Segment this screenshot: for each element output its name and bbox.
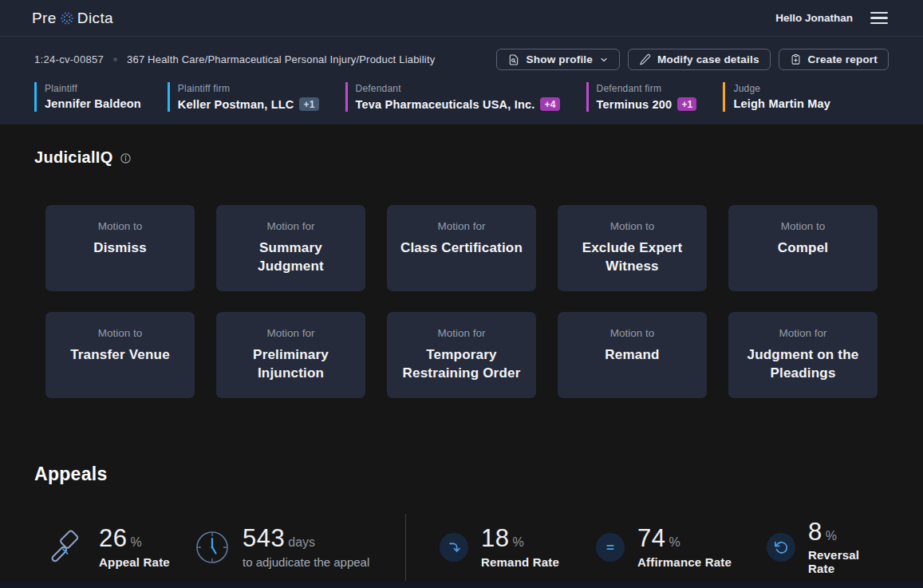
motion-grid: Motion to Dismiss Motion for Summary Jud…: [45, 205, 878, 398]
party-label: Plaintiff: [45, 83, 141, 94]
motion-title: Remand: [569, 346, 696, 365]
stat-unit: %: [130, 535, 141, 550]
motion-card-remand[interactable]: Motion to Remand: [558, 312, 707, 398]
case-title: 367 Health Care/Pharmaceutical Personal …: [127, 53, 435, 65]
party-judge: Judge Leigh Martin May: [723, 82, 830, 112]
motion-prefix: Motion for: [227, 220, 354, 232]
motion-title: Compel: [740, 239, 866, 258]
clock-icon: [195, 530, 230, 565]
motion-title: Class Certification: [398, 239, 525, 258]
motion-card-judgment-on-the-pleadings[interactable]: Motion for Judgment on the Pleadings: [728, 312, 878, 398]
clipboard-plus-icon: [790, 53, 802, 65]
motion-prefix: Motion to: [569, 220, 696, 232]
logo-text-dicta: Dicta: [77, 10, 113, 27]
more-count-badge[interactable]: +1: [299, 97, 318, 111]
arrow-curve-down-icon: [445, 539, 463, 556]
motion-card-dismiss[interactable]: Motion to Dismiss: [45, 205, 195, 291]
stat-remand-rate: 18 % Remand Rate: [440, 526, 596, 569]
stat-unit: %: [826, 529, 837, 543]
stat-unit: days: [288, 535, 315, 550]
motion-card-transfer-venue[interactable]: Motion to Transfer Venue: [45, 312, 195, 398]
case-number: 1:24-cv-00857: [34, 53, 104, 65]
motion-prefix: Motion to: [740, 220, 866, 232]
party-defendant-firm: Defendant firm Terminus 200 +1: [586, 82, 697, 112]
chevron-down-icon: [599, 55, 609, 65]
motion-prefix: Motion to: [57, 220, 183, 232]
stat-value: 18: [481, 526, 509, 552]
stat-unit: %: [512, 535, 523, 550]
party-label: Defendant firm: [597, 83, 697, 94]
party-plaintiff: Plaintiff Jennifer Baldeon: [34, 82, 141, 112]
pencil-icon: [639, 53, 651, 65]
stat-label: Appeal Rate: [99, 555, 170, 569]
predicta-logo[interactable]: Pre Dicta: [32, 10, 113, 27]
motion-title: Dismiss: [57, 239, 183, 258]
equals-icon: [602, 539, 618, 555]
motion-card-temporary-restraining-order[interactable]: Motion for Temporary Restraining Order: [387, 312, 536, 398]
motion-title: Exclude Expert Witness: [569, 239, 696, 276]
stat-label: Remand Rate: [481, 555, 559, 569]
more-count-badge[interactable]: +1: [677, 97, 696, 111]
motion-card-exclude-expert-witness[interactable]: Motion to Exclude Expert Witness: [558, 205, 707, 291]
party-label: Judge: [733, 83, 830, 94]
party-row: Plaintiff Jennifer Baldeon Plaintiff fir…: [34, 82, 889, 112]
motion-card-summary-judgment[interactable]: Motion for Summary Judgment: [216, 205, 365, 291]
rotate-ccw-icon: [772, 539, 790, 556]
party-name: Keller Postman, LLC: [178, 98, 294, 111]
motion-title: Transfer Venue: [57, 346, 183, 365]
info-icon[interactable]: [120, 152, 132, 164]
motion-title: Summary Judgment: [227, 239, 354, 276]
create-report-label: Create report: [808, 53, 878, 65]
modify-case-details-button[interactable]: Modify case details: [628, 49, 771, 70]
party-label: Defendant: [356, 83, 560, 94]
party-name: Leigh Martin May: [733, 97, 830, 110]
user-greeting: Hello Jonathan: [775, 12, 853, 24]
stat-label: to adjudicate the appeal: [243, 555, 369, 569]
judicialiq-title: JudicialIQ: [34, 148, 113, 167]
motion-prefix: Motion to: [57, 327, 183, 339]
bottom-strip: [0, 582, 923, 588]
logo-burst-icon: [59, 10, 75, 26]
stat-affirmance-rate: 74 % Affirmance Rate: [596, 526, 767, 569]
motion-card-preliminary-injunction[interactable]: Motion for Preliminary Injunction: [216, 312, 365, 398]
main-content: JudicialIQ Motion to Dismiss Motion for …: [0, 148, 923, 581]
more-count-badge[interactable]: +4: [540, 97, 559, 111]
party-defendant: Defendant Teva Pharmaceuticals USA, Inc.…: [345, 82, 560, 112]
motion-prefix: Motion for: [398, 327, 525, 339]
motion-title: Preliminary Injunction: [227, 346, 354, 383]
party-plaintiff-firm: Plaintiff firm Keller Postman, LLC +1: [168, 82, 319, 112]
show-profile-button[interactable]: Show profile: [496, 49, 620, 70]
appeals-title: Appeals: [34, 464, 889, 485]
party-name: Terminus 200: [597, 98, 673, 111]
stat-days-to-adjudicate: 543 days to adjudicate the appeal: [195, 526, 405, 570]
stat-value: 26: [99, 526, 127, 552]
stat-unit: %: [669, 535, 680, 550]
party-label: Plaintiff firm: [178, 83, 319, 94]
stat-value: 8: [808, 519, 822, 546]
stat-reversal-rate: 8 % Reversal Rate: [767, 519, 889, 576]
document-search-icon: [507, 53, 520, 66]
motion-card-compel[interactable]: Motion to Compel: [728, 205, 878, 291]
motion-card-class-certification[interactable]: Motion for Class Certification: [387, 205, 536, 291]
stat-label: Reversal Rate: [808, 548, 889, 575]
motion-prefix: Motion for: [227, 327, 354, 339]
stat-value: 74: [637, 526, 665, 552]
menu-icon[interactable]: [870, 10, 888, 27]
motion-title: Temporary Restraining Order: [398, 346, 525, 383]
gavel-icon: [46, 527, 86, 567]
modify-case-details-label: Modify case details: [657, 53, 759, 65]
motion-prefix: Motion for: [740, 327, 866, 339]
vertical-divider: [405, 514, 406, 581]
motion-title: Judgment on the Pleadings: [740, 346, 866, 383]
logo-text-pre: Pre: [32, 10, 57, 27]
show-profile-label: Show profile: [527, 53, 593, 65]
separator-dot: [113, 57, 117, 61]
create-report-button[interactable]: Create report: [779, 49, 889, 70]
case-header: 1:24-cv-00857 367 Health Care/Pharmaceut…: [0, 37, 923, 124]
appeals-stats-row: 26 % Appeal Rate 543 days: [34, 514, 889, 581]
stat-value: 543: [243, 526, 285, 552]
party-name: Jennifer Baldeon: [45, 97, 141, 110]
motion-prefix: Motion for: [398, 220, 525, 232]
topbar: Pre Dicta Hello Jonathan: [0, 0, 923, 37]
stat-label: Affirmance Rate: [637, 555, 732, 569]
